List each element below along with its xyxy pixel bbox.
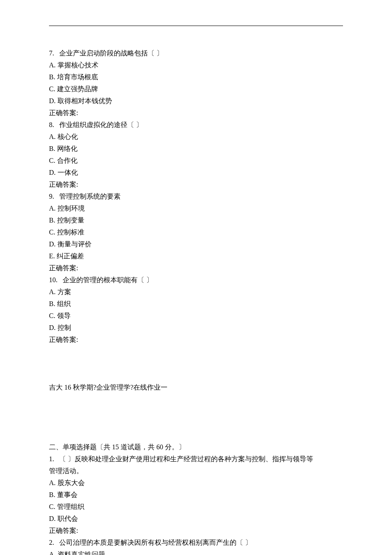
question-number: 10. bbox=[49, 276, 58, 283]
question-number: 7. bbox=[49, 49, 54, 57]
question-number: 1. bbox=[49, 455, 54, 462]
option: D. 职代会 bbox=[49, 513, 343, 525]
option: C. 控制标准 bbox=[49, 226, 343, 238]
option: B. 培育市场根底 bbox=[49, 71, 343, 83]
option: E. 纠正偏差 bbox=[49, 250, 343, 262]
option: A. 控制环境 bbox=[49, 202, 343, 214]
question-stem: 10. 企业的管理的根本职能有〔 〕 bbox=[49, 274, 343, 286]
question-7: 7. 企业产业启动阶段的战略包括〔 〕 A. 掌握核心技术 B. 培育市场根底 … bbox=[49, 47, 343, 119]
question-number: 8. bbox=[49, 121, 54, 128]
option: A. 核心化 bbox=[49, 131, 343, 143]
top-rule bbox=[49, 26, 343, 26]
stem-text: 〔 〕反映和处理企业财产使用过程和生产经营过程的各种方案与控制、指挥与领导等 bbox=[59, 455, 313, 462]
question-8: 8. 作业组织虚拟化的途径〔 〕 A. 核心化 B. 网络化 C. 合作化 D.… bbox=[49, 119, 343, 191]
question-2: 2. 公司治理的本质是要解决因所有权与经营权相别离而产生的〔 〕 A. 资料真实… bbox=[49, 537, 343, 555]
question-number: 9. bbox=[49, 193, 54, 200]
stem-text: 作业组织虚拟化的途径〔 〕 bbox=[59, 121, 143, 128]
stem-text: 管理控制系统的要素 bbox=[59, 193, 121, 200]
assignment-title: 吉大 16 秋学期?企业管理学?在线作业一 bbox=[49, 382, 343, 393]
answer-label: 正确答案: bbox=[49, 525, 343, 537]
answer-label: 正确答案: bbox=[49, 107, 343, 119]
option: D. 一体化 bbox=[49, 167, 343, 179]
option: B. 组织 bbox=[49, 298, 343, 310]
stem-text: 公司治理的本质是要解决因所有权与经营权相别离而产生的〔 〕 bbox=[59, 539, 252, 546]
question-1: 1. 〔 〕反映和处理企业财产使用过程和生产经营过程的各种方案与控制、指挥与领导… bbox=[49, 453, 343, 537]
question-10: 10. 企业的管理的根本职能有〔 〕 A. 方案 B. 组织 C. 领导 D. … bbox=[49, 274, 343, 346]
question-number: 2. bbox=[49, 539, 54, 546]
option: C. 建立强势品牌 bbox=[49, 83, 343, 95]
question-9: 9. 管理控制系统的要素 A. 控制环境 B. 控制变量 C. 控制标准 D. … bbox=[49, 191, 343, 274]
stem-text: 企业产业启动阶段的战略包括〔 〕 bbox=[59, 49, 163, 57]
option: B. 网络化 bbox=[49, 143, 343, 155]
stem-text: 企业的管理的根本职能有〔 〕 bbox=[63, 276, 153, 283]
answer-label: 正确答案: bbox=[49, 334, 343, 346]
option: B. 控制变量 bbox=[49, 214, 343, 226]
option: A. 掌握核心技术 bbox=[49, 59, 343, 71]
answer-label: 正确答案: bbox=[49, 179, 343, 191]
option: B. 董事会 bbox=[49, 489, 343, 501]
spacer bbox=[49, 393, 343, 429]
section-header: 二、单项选择题〔共 15 道试题，共 60 分。〕 bbox=[49, 441, 343, 453]
question-stem: 8. 作业组织虚拟化的途径〔 〕 bbox=[49, 119, 343, 131]
option: C. 领导 bbox=[49, 310, 343, 322]
option: D. 衡量与评价 bbox=[49, 238, 343, 250]
option: C. 合作化 bbox=[49, 155, 343, 167]
question-stem: 2. 公司治理的本质是要解决因所有权与经营权相别离而产生的〔 〕 bbox=[49, 537, 343, 549]
stem-text: 管理活动。 bbox=[49, 465, 343, 477]
spacer bbox=[49, 429, 343, 441]
option: D. 控制 bbox=[49, 322, 343, 334]
option: A. 股东大会 bbox=[49, 477, 343, 489]
page-content: 7. 企业产业启动阶段的战略包括〔 〕 A. 掌握核心技术 B. 培育市场根底 … bbox=[0, 0, 392, 555]
option: C. 管理组织 bbox=[49, 501, 343, 513]
option: A. 方案 bbox=[49, 286, 343, 298]
option: D. 取得相对本钱优势 bbox=[49, 95, 343, 107]
question-stem: 7. 企业产业启动阶段的战略包括〔 〕 bbox=[49, 47, 343, 59]
spacer bbox=[49, 346, 343, 382]
question-stem: 1. 〔 〕反映和处理企业财产使用过程和生产经营过程的各种方案与控制、指挥与领导… bbox=[49, 453, 343, 465]
question-stem: 9. 管理控制系统的要素 bbox=[49, 191, 343, 202]
option: A. 资料真实性问题 bbox=[49, 549, 343, 555]
answer-label: 正确答案: bbox=[49, 262, 343, 274]
